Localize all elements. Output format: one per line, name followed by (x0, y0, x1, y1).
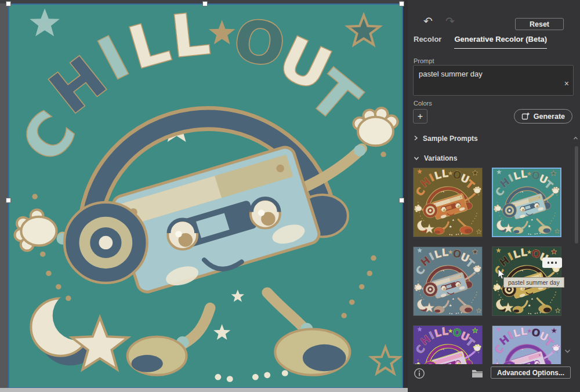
colors-label: Colors (414, 100, 432, 107)
advanced-options-button[interactable]: Advanced Options... (491, 366, 571, 379)
variations-section[interactable]: Variations (414, 154, 457, 162)
selection-handle-right-middle[interactable] (399, 198, 404, 203)
selection-handle-top-left[interactable] (6, 1, 11, 6)
scrollbar-up-icon[interactable] (573, 132, 578, 143)
variations-label: Variations (424, 154, 457, 162)
selection-handle-top-right[interactable] (399, 1, 404, 6)
generate-label: Generate (534, 112, 565, 121)
document-canvas[interactable]: CHILLOUT (0, 0, 408, 392)
recolor-tabs: Recolor Generative Recolor (Beta) (414, 35, 547, 49)
prompt-value[interactable]: pastel summer day (419, 70, 483, 78)
app-window: CHILLOUT ↶ ↷ R (0, 0, 580, 392)
tab-generative-recolor[interactable]: Generative Recolor (Beta) (454, 35, 547, 49)
tab-recolor[interactable]: Recolor (414, 35, 441, 49)
panel-scrollbar[interactable] (575, 146, 578, 244)
horizontal-scrollbar[interactable] (0, 388, 408, 392)
svg-text:L: L (520, 247, 528, 259)
generative-recolor-panel: ↶ ↷ Reset Recolor Generative Recolor (Be… (408, 0, 580, 392)
clear-prompt-icon[interactable]: × (564, 79, 569, 88)
chevron-down-icon (414, 154, 419, 162)
prompt-input[interactable]: pastel summer day × (413, 65, 574, 96)
prompt-label: Prompt (414, 57, 434, 64)
sample-prompts-label: Sample Prompts (423, 135, 478, 143)
variation-tooltip: pastel summer day (503, 277, 564, 288)
generate-button[interactable]: Generate (514, 109, 572, 124)
generate-icon (521, 112, 530, 121)
selection-handle-top-middle[interactable] (202, 1, 208, 6)
variation-thumbnail-3[interactable]: CHILLOUT (413, 246, 483, 316)
sample-prompts-section[interactable]: Sample Prompts (414, 135, 478, 143)
svg-text:L: L (520, 169, 528, 180)
svg-text:L: L (441, 168, 449, 180)
reset-button[interactable]: Reset (515, 18, 564, 30)
svg-text:L: L (441, 247, 449, 259)
chevron-right-icon (414, 135, 418, 143)
artboard[interactable]: CHILLOUT (9, 5, 403, 389)
info-icon[interactable] (414, 368, 425, 382)
panel-footer: Advanced Options... (408, 364, 580, 392)
variation-thumbnail-2[interactable]: CHILLOUT (492, 168, 561, 237)
canvas-right-margin (403, 0, 408, 392)
variation-more-options-button[interactable] (542, 257, 562, 268)
mouse-cursor (498, 269, 505, 282)
svg-text:L: L (441, 326, 449, 337)
artboard-artwork[interactable]: CHILLOUT (9, 5, 403, 389)
svg-text:L: L (520, 326, 528, 337)
folder-icon[interactable] (472, 369, 483, 380)
svg-text:L: L (168, 5, 213, 71)
variation-thumbnail-1[interactable]: CHILLOUT (413, 168, 483, 237)
redo-icon[interactable]: ↷ (443, 15, 458, 29)
selection-handle-left-middle[interactable] (6, 198, 11, 203)
undo-icon[interactable]: ↶ (420, 15, 436, 29)
scrollbar-down-icon[interactable] (564, 346, 571, 356)
add-color-button[interactable]: + (413, 109, 427, 124)
